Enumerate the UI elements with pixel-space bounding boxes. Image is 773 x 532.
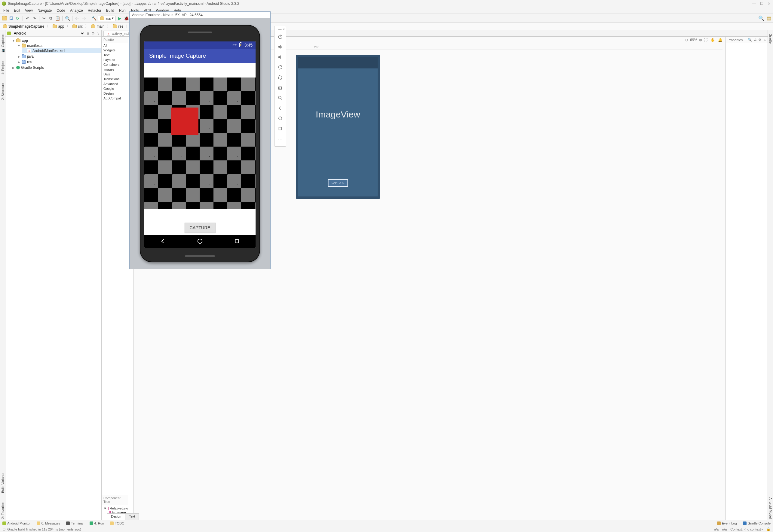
sync-icon[interactable]: ⟳ xyxy=(15,16,20,21)
phone-screen[interactable]: LTE ⚡ 3:45 Simple Image Capture CAPTURE xyxy=(144,41,256,248)
prop-hide-icon[interactable]: ↘ xyxy=(763,38,766,42)
emu-rotate-left-icon[interactable] xyxy=(275,62,286,72)
palette-layouts[interactable]: Layouts xyxy=(102,57,128,62)
gradle-scripts[interactable]: ▶Gradle Scripts xyxy=(11,65,101,70)
crumb-res[interactable]: res xyxy=(111,24,124,29)
tw-messages[interactable]: 0: Messages xyxy=(37,521,60,525)
project-view-selector[interactable]: Android xyxy=(13,31,85,36)
tw-gradle-console[interactable]: Gradle Console xyxy=(743,521,771,525)
menu-navigate[interactable]: Navigate xyxy=(35,8,54,13)
undo-icon[interactable]: ↶ xyxy=(25,16,30,21)
emu-power-icon[interactable] xyxy=(275,32,286,42)
palette-appcompat[interactable]: AppCompat xyxy=(102,96,128,101)
palette-transitions[interactable]: Transitions xyxy=(102,77,128,81)
status-tw-toggle[interactable]: ▢ xyxy=(2,527,5,531)
tw-event-log[interactable]: Event Log xyxy=(717,521,737,525)
menu-run[interactable]: Run xyxy=(117,8,128,13)
palette-images[interactable]: Images xyxy=(102,67,128,72)
nav-overview-icon[interactable] xyxy=(234,238,240,245)
prop-view-icon[interactable]: ⇄ xyxy=(754,38,756,42)
zoom-out-icon[interactable]: ⊖ xyxy=(685,38,688,42)
zoom-fit-icon[interactable]: ⛶ xyxy=(704,38,708,42)
zoom-in-icon[interactable]: ⊕ xyxy=(699,38,702,42)
find-icon[interactable]: 🔍 xyxy=(65,16,70,21)
prop-settings-icon[interactable]: ⚙ xyxy=(758,38,761,42)
emu-screenshot-icon[interactable] xyxy=(275,83,286,93)
palette-containers[interactable]: Containers xyxy=(102,62,128,67)
menu-build[interactable]: Build xyxy=(104,8,116,13)
capture-button[interactable]: CAPTURE xyxy=(184,223,216,233)
palette-google[interactable]: Google xyxy=(102,86,128,91)
menu-file[interactable]: File xyxy=(1,8,11,13)
tab-text[interactable]: Text xyxy=(125,513,139,520)
palette-groups[interactable]: All Widgets Text Layouts Containers Imag… xyxy=(102,43,128,101)
crumb-src[interactable]: src xyxy=(71,24,84,29)
emu-volume-down-icon[interactable] xyxy=(275,52,286,62)
nav-back-icon[interactable] xyxy=(160,238,166,245)
debug-icon[interactable]: 🐞 xyxy=(123,16,129,21)
nav-home-icon[interactable] xyxy=(197,238,203,245)
tab-project[interactable]: 1: Project xyxy=(1,59,5,76)
menu-code[interactable]: Code xyxy=(54,8,67,13)
notifications-icon[interactable]: 🔔 xyxy=(718,38,723,42)
cut-icon[interactable]: ✂ xyxy=(41,16,47,21)
tab-design[interactable]: Design xyxy=(107,513,125,520)
back-icon[interactable]: ⇐ xyxy=(74,16,80,21)
file-androidmanifest[interactable]: xAndroidManifest.xml xyxy=(22,48,101,53)
emu-overview-icon[interactable] xyxy=(275,123,286,134)
blueprint-preview[interactable]: ImageView CAPTURE xyxy=(296,55,380,199)
tw-terminal[interactable]: Terminal xyxy=(66,521,84,525)
paste-icon[interactable]: 📋 xyxy=(55,16,60,21)
menu-view[interactable]: View xyxy=(23,8,35,13)
emu-more-icon[interactable]: ⋯ xyxy=(275,134,286,144)
status-lock-icon[interactable]: 🔒 xyxy=(766,527,771,531)
folder-res[interactable]: ▶res xyxy=(16,59,101,64)
maximize-button[interactable]: ☐ xyxy=(760,2,763,6)
open-icon[interactable] xyxy=(2,16,7,21)
redo-icon[interactable]: ↷ xyxy=(32,16,37,21)
minimize-button[interactable]: — xyxy=(752,2,756,6)
settings-icon[interactable]: ⚙ xyxy=(91,31,95,35)
forward-icon[interactable]: ⇒ xyxy=(81,16,87,21)
folder-java[interactable]: ▶java xyxy=(16,54,101,59)
save-icon[interactable]: 🖫 xyxy=(8,16,14,21)
palette-date[interactable]: Date xyxy=(102,72,128,77)
search-everywhere[interactable]: 🔍▤ xyxy=(758,15,771,21)
tab-favorites[interactable]: 2: Favorites xyxy=(1,500,5,520)
tw-android-monitor[interactable]: Android Monitor xyxy=(2,521,31,525)
blueprint-capture-button[interactable]: CAPTURE xyxy=(328,179,348,187)
tab-structure[interactable]: 2: Structure xyxy=(1,82,5,101)
tab-build-variants[interactable]: Build Variants xyxy=(1,472,5,494)
menu-analyze[interactable]: Analyze xyxy=(68,8,85,13)
emu-rotate-right-icon[interactable] xyxy=(275,72,286,83)
palette-all[interactable]: All xyxy=(102,43,128,48)
palette-text[interactable]: Text xyxy=(102,53,128,57)
tw-run[interactable]: 4: Run xyxy=(90,521,104,525)
tab-android-model[interactable]: Android Model xyxy=(768,496,773,520)
collapse-icon[interactable]: ⊟ xyxy=(87,31,90,35)
emu-home-icon[interactable] xyxy=(275,113,286,123)
emu-back-icon[interactable] xyxy=(275,103,286,113)
hide-icon[interactable]: ↘ xyxy=(96,31,99,35)
emu-zoom-icon[interactable] xyxy=(275,93,286,103)
menu-refactor[interactable]: Refactor xyxy=(86,8,103,13)
run-config-selector[interactable]: app ▾ xyxy=(98,16,116,21)
project-tree[interactable]: ▼app ▼manifests xAndroidManifest.xml ▶ja… xyxy=(5,37,101,520)
close-button[interactable]: ✕ xyxy=(768,2,771,6)
tw-todo[interactable]: TODO xyxy=(110,521,124,525)
emu-minimize[interactable]: — xyxy=(279,27,282,31)
crumb-project[interactable]: SimpleImageCapture xyxy=(2,24,45,29)
make-icon[interactable]: 🔨 xyxy=(91,16,96,21)
palette-design[interactable]: Design xyxy=(102,91,128,96)
copy-icon[interactable]: ⧉ xyxy=(48,16,53,21)
palette-advanced[interactable]: Advanced xyxy=(102,81,128,86)
run-icon[interactable]: ▶ xyxy=(117,16,122,21)
palette-widgets[interactable]: Widgets xyxy=(102,48,128,53)
emu-close[interactable]: × xyxy=(283,27,285,31)
crumb-main[interactable]: main xyxy=(90,24,105,29)
pan-icon[interactable]: ✋ xyxy=(711,38,715,42)
prop-search-icon[interactable]: 🔍 xyxy=(748,38,752,42)
tab-captures[interactable]: 📷Captures xyxy=(0,32,5,53)
emu-volume-up-icon[interactable] xyxy=(275,42,286,52)
menu-edit[interactable]: Edit xyxy=(12,8,22,13)
